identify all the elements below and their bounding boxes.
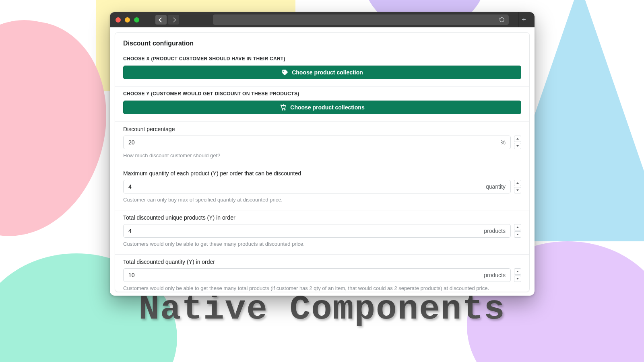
unique-products-help: Customers would only be able to get thes… (123, 241, 521, 247)
section-choose-x: CHOOSE X (PRODUCT CUSTOMER SHOULD HAVE I… (115, 52, 529, 87)
unique-products-stepper (514, 224, 521, 238)
increment-button[interactable] (514, 180, 521, 186)
reload-icon[interactable] (499, 17, 505, 23)
discount-percentage-help: How much discount customer should get? (123, 152, 521, 158)
section-max-qty-each: Maximum quantity of each product (Y) per… (115, 166, 529, 210)
total-qty-help: Customers would only be able to get thes… (123, 285, 521, 291)
svg-point-0 (283, 71, 284, 72)
fullscreen-icon[interactable] (134, 17, 139, 23)
max-qty-each-help: Customer can only buy max of specified q… (123, 197, 521, 203)
choose-y-button[interactable]: Choose product collections (123, 101, 521, 114)
unique-products-suffix: products (484, 228, 506, 234)
total-qty-stepper (514, 268, 521, 282)
titlebar: + (110, 12, 535, 27)
decrement-button[interactable] (514, 276, 521, 282)
increment-button[interactable] (514, 224, 521, 230)
minimize-icon[interactable] (125, 17, 130, 23)
discount-percentage-label: Discount percentage (123, 126, 521, 132)
decrement-button[interactable] (514, 231, 521, 238)
max-qty-each-label: Maximum quantity of each product (Y) per… (123, 170, 521, 177)
max-qty-each-value: 4 (128, 183, 482, 190)
max-qty-each-stepper (514, 180, 521, 193)
section-total-qty: Total discounted quantity (Y) in order 1… (115, 255, 529, 292)
url-bar[interactable] (213, 14, 509, 25)
unique-products-value: 4 (128, 228, 480, 234)
section-x-label: CHOOSE X (PRODUCT CUSTOMER SHOULD HAVE I… (123, 56, 521, 62)
section-y-label: CHOOSE Y (CUSTOMER WOULD GET DISCOUNT ON… (123, 91, 521, 97)
choose-x-label: Choose product collection (292, 69, 363, 76)
unique-products-label: Total discounted unique products (Y) in … (123, 214, 521, 221)
total-qty-value: 10 (128, 272, 480, 278)
discount-card: Discount configuration CHOOSE X (PRODUCT… (115, 32, 530, 292)
choose-x-button[interactable]: Choose product collection (123, 66, 521, 79)
increment-button[interactable] (514, 136, 521, 142)
svg-point-1 (282, 109, 283, 110)
increment-button[interactable] (514, 268, 521, 275)
discount-percentage-input[interactable]: 20 % (123, 136, 511, 149)
section-unique-products: Total discounted unique products (Y) in … (115, 210, 529, 255)
forward-button[interactable] (168, 15, 179, 25)
discount-percentage-suffix: % (501, 139, 506, 146)
card-title: Discount configuration (123, 40, 521, 47)
new-tab-button[interactable]: + (518, 12, 529, 27)
discount-percentage-stepper (514, 136, 521, 149)
svg-point-2 (285, 109, 285, 110)
cart-add-icon (280, 104, 287, 111)
decrement-button[interactable] (514, 143, 521, 149)
decrement-button[interactable] (514, 187, 521, 193)
choose-y-label: Choose product collections (290, 104, 364, 111)
discount-percentage-value: 20 (128, 139, 497, 146)
max-qty-each-input[interactable]: 4 quantity (123, 180, 511, 193)
close-icon[interactable] (116, 17, 121, 23)
section-choose-y: CHOOSE Y (CUSTOMER WOULD GET DISCOUNT ON… (115, 87, 529, 122)
total-qty-input[interactable]: 10 products (123, 268, 511, 282)
unique-products-input[interactable]: 4 products (123, 224, 511, 238)
max-qty-each-suffix: quantity (486, 183, 506, 190)
total-qty-suffix: products (484, 272, 506, 278)
tag-icon (281, 69, 289, 76)
back-button[interactable] (155, 15, 167, 25)
section-discount-percentage: Discount percentage 20 % How much discou… (115, 122, 529, 166)
browser-window: + Discount configuration CHOOSE X (PRODU… (110, 12, 535, 296)
total-qty-label: Total discounted quantity (Y) in order (123, 259, 521, 265)
